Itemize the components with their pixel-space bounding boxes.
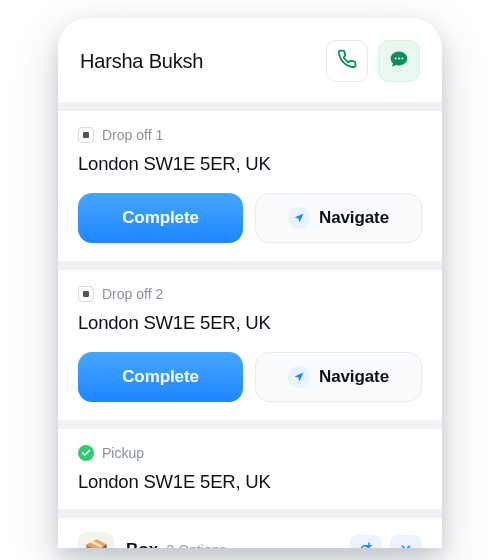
package-subtitle: 3 Options bbox=[167, 542, 227, 548]
stop-card: Drop off 2 London SW1E 5ER, UK Complete … bbox=[58, 270, 442, 420]
phone-icon bbox=[337, 49, 357, 73]
stop-address: London SW1E 5ER, UK bbox=[78, 312, 422, 334]
complete-button-label: Complete bbox=[122, 208, 199, 228]
svg-point-1 bbox=[398, 58, 400, 60]
call-button[interactable] bbox=[326, 40, 368, 82]
chevron-down-icon bbox=[399, 541, 413, 548]
navigate-arrow-icon bbox=[288, 207, 310, 229]
stop-address: London SW1E 5ER, UK bbox=[78, 153, 422, 175]
stop-tag-label: Drop off 1 bbox=[102, 127, 163, 143]
expand-package-button[interactable] bbox=[390, 535, 422, 548]
complete-button[interactable]: Complete bbox=[78, 193, 243, 243]
stop-card: Drop off 1 London SW1E 5ER, UK Complete … bbox=[58, 111, 442, 261]
add-package-button[interactable] bbox=[350, 535, 382, 548]
package-icon: 📦 bbox=[78, 532, 114, 548]
navigate-button[interactable]: Navigate bbox=[255, 193, 422, 243]
complete-button[interactable]: Complete bbox=[78, 352, 243, 402]
phone-frame: Harsha Buksh bbox=[58, 18, 442, 548]
navigate-button-label: Navigate bbox=[319, 208, 389, 228]
stage: Harsha Buksh bbox=[0, 0, 500, 560]
header-bar: Harsha Buksh bbox=[58, 18, 442, 103]
stop-tag: Pickup bbox=[78, 445, 422, 461]
add-plus-icon bbox=[359, 541, 373, 548]
navigate-button-label: Navigate bbox=[319, 367, 389, 387]
chat-icon bbox=[389, 49, 409, 73]
complete-button-label: Complete bbox=[122, 367, 199, 387]
navigate-arrow-icon bbox=[288, 366, 310, 388]
stop-actions: Complete Navigate bbox=[78, 193, 422, 243]
stop-address: London SW1E 5ER, UK bbox=[78, 471, 422, 493]
package-title: Box bbox=[126, 540, 158, 548]
stop-card: Pickup London SW1E 5ER, UK bbox=[58, 429, 442, 509]
stop-actions: Complete Navigate bbox=[78, 352, 422, 402]
message-button[interactable] bbox=[378, 40, 420, 82]
svg-point-2 bbox=[401, 58, 403, 60]
customer-name: Harsha Buksh bbox=[80, 50, 316, 73]
package-row[interactable]: 📦 Box 3 Options bbox=[58, 518, 442, 548]
svg-point-0 bbox=[395, 58, 397, 60]
package-title-wrap: Box 3 Options bbox=[126, 540, 227, 548]
navigate-button[interactable]: Navigate bbox=[255, 352, 422, 402]
stop-tag-label: Drop off 2 bbox=[102, 286, 163, 302]
stop-tag: Drop off 1 bbox=[78, 127, 422, 143]
stops-list: Drop off 1 London SW1E 5ER, UK Complete … bbox=[58, 111, 442, 548]
status-pending-icon bbox=[78, 286, 94, 302]
status-pending-icon bbox=[78, 127, 94, 143]
package-actions bbox=[350, 535, 422, 548]
stop-tag-label: Pickup bbox=[102, 445, 144, 461]
status-complete-icon bbox=[78, 445, 94, 461]
stop-tag: Drop off 2 bbox=[78, 286, 422, 302]
